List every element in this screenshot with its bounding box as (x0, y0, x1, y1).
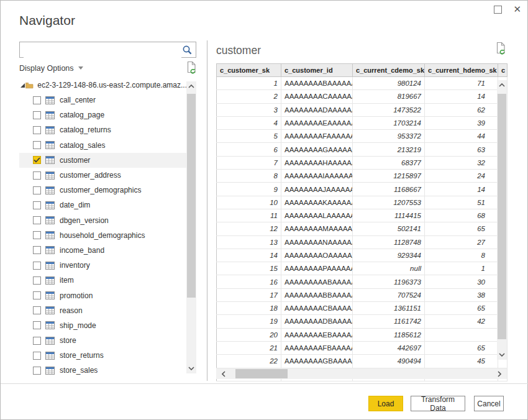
tree-item-label: promotion (60, 291, 93, 300)
hscrollbar-thumb[interactable] (235, 369, 288, 378)
tree-item[interactable]: customer (19, 153, 187, 168)
table-checkbox[interactable] (33, 246, 41, 254)
chevron-down-icon[interactable] (78, 66, 83, 70)
tree-item[interactable]: customer_address (19, 168, 187, 183)
grid-vertical-scrollbar[interactable] (497, 80, 507, 360)
tree-item[interactable]: store_sales (19, 363, 187, 377)
table-checkbox[interactable] (33, 291, 41, 299)
table-checkbox[interactable] (33, 111, 41, 119)
tree-item[interactable]: store_returns (19, 348, 187, 363)
tree-scrollbar[interactable] (186, 81, 196, 373)
tree-item[interactable]: dbgen_version (19, 213, 187, 228)
table-checkbox[interactable] (33, 171, 41, 180)
table-cell: 11 (217, 209, 281, 222)
table-checkbox[interactable] (33, 262, 41, 270)
tree-item[interactable]: household_demographics (19, 228, 187, 243)
table-checkbox[interactable] (33, 96, 41, 104)
tree-item-label: store (60, 336, 76, 345)
tree-item[interactable]: customer_demographics (19, 183, 187, 198)
table-checkbox[interactable] (33, 156, 41, 164)
table-checkbox[interactable] (33, 201, 41, 209)
transform-data-button[interactable]: Transform Data (411, 396, 465, 411)
table-checkbox[interactable] (33, 337, 41, 345)
table-cell: AAAAAAAAEAAAAAAA (281, 116, 353, 129)
scroll-down-icon[interactable] (186, 363, 196, 373)
tree-scrollbar-thumb[interactable] (187, 94, 196, 298)
refresh-preview-icon[interactable] (186, 61, 198, 77)
tree-item[interactable]: catalog_sales (19, 138, 187, 153)
grid-scrollbar-thumb[interactable] (498, 94, 506, 339)
refresh-table-icon[interactable] (495, 42, 507, 58)
table-row: 20AAAAAAAAEBAAAAAA1185612 (217, 328, 508, 341)
tree-item[interactable]: promotion (19, 288, 187, 303)
tree-root-server[interactable]: ec2-3-129-148-86.us-east-2.compute.amaz.… (19, 78, 187, 93)
table-cell: AAAAAAAALAAAAAAA (281, 209, 353, 222)
table-row: 5AAAAAAAAFAAAAAAA95337244 (217, 130, 508, 143)
table-checkbox[interactable] (33, 321, 41, 329)
search-icon[interactable] (182, 45, 193, 58)
table-checkbox[interactable] (33, 141, 41, 149)
collapse-icon[interactable] (19, 82, 25, 88)
table-icon (45, 96, 55, 104)
tree-item-label: customer (60, 156, 90, 165)
search-input[interactable] (24, 43, 181, 58)
table-cell: 38 (425, 288, 498, 301)
table-cell: 65 (425, 341, 498, 354)
table-row: 3AAAAAAAADAAAAAAA147352262 (217, 103, 508, 116)
maximize-icon[interactable] (494, 6, 502, 14)
table-cell: AAAAAAAAJAAAAAAA (281, 183, 353, 196)
column-header: c_customer_id (281, 64, 353, 77)
table-cell: 1215897 (353, 170, 425, 183)
table-checkbox[interactable] (33, 186, 41, 194)
table-checkbox[interactable] (33, 126, 41, 134)
table-icon (45, 321, 55, 329)
display-options-button[interactable]: Display Options (19, 64, 74, 73)
table-checkbox[interactable] (33, 276, 41, 285)
load-button[interactable]: Load (368, 396, 403, 411)
tree-item[interactable]: catalog_returns (19, 122, 187, 137)
table-icon (45, 291, 55, 299)
scroll-up-icon[interactable] (497, 80, 507, 90)
scroll-right-icon[interactable] (494, 368, 504, 379)
table-cell: AAAAAAAABBAAAAAA (281, 288, 353, 301)
table-cell: 707524 (353, 288, 425, 301)
tree-item[interactable]: income_band (19, 243, 187, 258)
scroll-left-icon[interactable] (219, 368, 229, 379)
table-cell: AAAAAAAABAAAAAAA (281, 77, 353, 90)
table-checkbox[interactable] (33, 352, 41, 360)
table-cell: 1185612 (353, 328, 425, 341)
server-label: ec2-3-129-148-86.us-east-2.compute.amaz.… (37, 81, 187, 89)
tree-item[interactable]: item (19, 273, 187, 288)
table-row: 2AAAAAAAACAAAAAAA81966714 (217, 90, 508, 103)
tree-item[interactable]: inventory (19, 258, 187, 273)
grid-horizontal-scrollbar[interactable] (216, 368, 507, 379)
table-checkbox[interactable] (33, 216, 41, 224)
tree-item[interactable]: call_center (19, 93, 187, 107)
table-row: 21AAAAAAAAFBAAAAAA44269765 (217, 341, 508, 354)
tree-item[interactable]: ship_mode (19, 318, 187, 333)
table-cell: 71 (425, 77, 498, 90)
table-cell: AAAAAAAADBAAAAAA (281, 315, 353, 328)
table-cell: 1196373 (353, 275, 425, 288)
table-cell: 953372 (353, 130, 425, 143)
tree-item-label: catalog_returns (60, 126, 111, 134)
tree-item[interactable]: reason (19, 303, 187, 318)
scroll-down-icon[interactable] (497, 350, 507, 360)
cancel-button[interactable]: Cancel (474, 396, 504, 411)
tree-items: call_center catalog_page catalog_returns (19, 93, 187, 377)
table-cell: 819667 (353, 90, 425, 103)
table-checkbox[interactable] (33, 231, 41, 239)
table-row: 10AAAAAAAAKAAAAAAA120755351 (217, 196, 508, 209)
tree-item[interactable]: date_dim (19, 198, 187, 212)
close-icon[interactable]: ✕ (513, 5, 521, 14)
table-checkbox[interactable] (33, 367, 41, 375)
search-box[interactable] (19, 42, 196, 58)
footer-divider (1, 383, 528, 384)
table-checkbox[interactable] (33, 306, 41, 314)
tree-item[interactable]: store (19, 333, 187, 348)
scroll-up-icon[interactable] (186, 81, 196, 91)
table-row: 4AAAAAAAAEAAAAAAA170321439 (217, 116, 508, 129)
table-cell: 980124 (353, 77, 425, 90)
table-cell: 2 (217, 90, 281, 103)
tree-item[interactable]: catalog_page (19, 107, 187, 122)
